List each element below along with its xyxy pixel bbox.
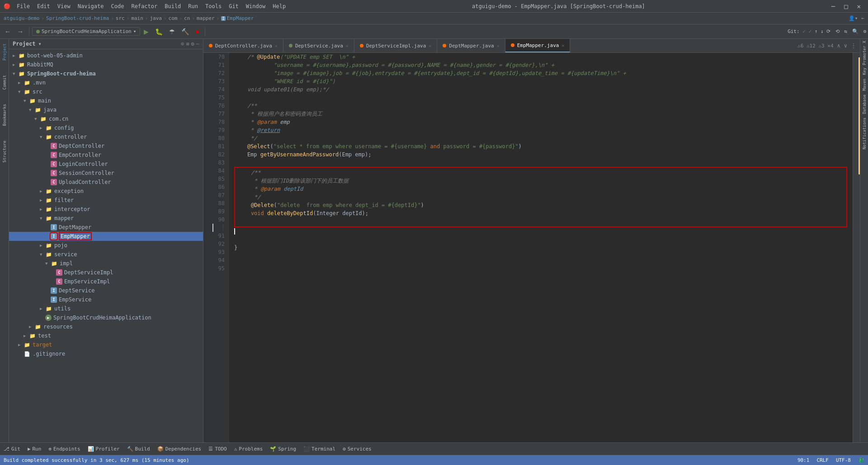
toolbar-forward-button[interactable]: → [14,27,26,36]
panel-locate-icon[interactable]: ⊙ [181,41,184,47]
bottom-bar-services[interactable]: ⚙ Services [343,446,372,452]
menu-build[interactable]: Build [161,0,184,13]
tab-deptserviceimpl[interactable]: DeptServiceImpl.java ✕ [354,39,437,52]
tree-item-utils[interactable]: ▶ 📁 utils [9,304,203,313]
bottom-bar-spring[interactable]: 🌱 Spring [270,446,296,452]
breadcrumb-item-com[interactable]: com [169,15,178,21]
tree-item-empserviceimpl[interactable]: ▶ C EmpServiceImpl [9,277,203,286]
activity-bookmarks[interactable]: Bookmarks [1,101,8,129]
toolbar-back-button[interactable]: ← [2,27,14,36]
menu-tools[interactable]: Tools [202,0,225,13]
right-sidebar-maven[interactable]: Maven [862,77,867,93]
close-button[interactable]: ✕ [854,3,864,10]
tab-close-button[interactable]: ✕ [275,43,278,48]
tree-item-interceptor[interactable]: ▶ 📁 interceptor [9,205,203,214]
activity-structure[interactable]: Structure [1,138,8,165]
tree-item-mvn[interactable]: ▶ 📁 .mvn [9,78,203,87]
panel-settings-icon[interactable]: ⚙ [191,41,194,47]
bottom-bar-run[interactable]: ▶ Run [28,446,42,452]
menu-refactor[interactable]: Refactor [127,0,161,13]
right-sidebar-database[interactable]: Database [862,93,867,116]
menu-edit[interactable]: Edit [33,0,54,13]
tree-item-src[interactable]: ▼ 📁 src [9,87,203,96]
tree-item-controller[interactable]: ▼ 📁 controller [9,132,203,141]
breadcrumb-item-mapper[interactable]: mapper [197,15,215,21]
tree-item-application[interactable]: ▶ ▶ SpringBootCrudHeimaApplication [9,313,203,322]
code-content[interactable]: /* @Update("UPDATE emp SET \n" + "userna… [229,53,853,442]
tree-item-deptcontroller[interactable]: ▶ C DeptController [9,141,203,150]
bottom-bar-profiler[interactable]: 📊 Profiler [88,446,120,452]
editor-scrollbar[interactable] [853,53,860,442]
breadcrumb-item-project[interactable]: atguigu-demo [4,15,39,21]
bottom-bar-git[interactable]: ⎇ Git [4,446,20,452]
tab-close-button[interactable]: ✕ [346,43,349,48]
tree-item-resources[interactable]: ▶ 📁 resources [9,322,203,331]
tab-deptservice[interactable]: DeptService.java ✕ [283,39,354,52]
tree-item-gitignore[interactable]: ▶ 📄 .gitignore [9,349,203,358]
tree-item-sessioncontroller[interactable]: ▶ C SessionController [9,169,203,178]
tree-item-filter[interactable]: ▶ 📁 filter [9,196,203,205]
panel-collapse-icon[interactable]: ≡ [186,41,189,47]
menu-git[interactable]: Git [225,0,242,13]
activity-project[interactable]: Project [1,41,8,63]
tree-item-java[interactable]: ▼ 📁 java [9,105,203,114]
debug-button[interactable]: 🐛 [152,27,165,36]
breadcrumb-item-src[interactable]: src [116,15,125,21]
menu-code[interactable]: Code [108,0,128,13]
right-sidebar-key-promoter[interactable]: Key Promoter X [862,39,867,77]
right-sidebar-notifications[interactable]: Notifications [862,116,867,151]
tab-deptmapper[interactable]: DeptMapper.java ✕ [437,39,505,52]
tree-item-deptservice[interactable]: ▶ I DeptService [9,286,203,295]
tab-close-button[interactable]: ✕ [429,43,431,48]
bottom-bar-build[interactable]: 🔨 Build [127,446,150,452]
bottom-bar-dependencies[interactable]: 📦 Dependencies [157,446,201,452]
tree-item-empservice[interactable]: ▶ I EmpService [9,295,203,304]
tab-more[interactable]: ⋮ [851,42,856,49]
tree-item-logincontroller[interactable]: ▶ C LoginController [9,160,203,169]
tree-item-main[interactable]: ▼ 📁 main [9,96,203,105]
tree-item-uploadcontroller[interactable]: ▶ C UploadController [9,178,203,187]
tree-item-boot-web[interactable]: ▶ 📁 boot-web-05-admin [9,51,203,60]
tree-item-config[interactable]: ▶ 📁 config [9,123,203,132]
tree-item-impl[interactable]: ▼ 📁 impl [9,259,203,268]
tab-scroll-up[interactable]: ∧ [837,42,840,49]
tree-item-rabbitmq[interactable]: ▶ 📁 RabbitMQ [9,60,203,69]
tab-deptcontroller[interactable]: DeptController.java ✕ [203,39,283,52]
tab-scroll-down[interactable]: ∨ [844,42,847,49]
breadcrumb-item-main[interactable]: main [131,15,143,21]
breadcrumb-item-cn[interactable]: cn [184,15,190,21]
menu-help[interactable]: Help [269,0,289,13]
activity-commit[interactable]: Commit [1,72,8,93]
tree-item-springboot[interactable]: ▼ 📁 SpringBoot-crud-heima [9,69,203,78]
breadcrumb-item-empmapper[interactable]: I EmpMapper [221,15,254,22]
tree-item-test[interactable]: ▶ 📁 test [9,331,203,340]
maximize-button[interactable]: □ [840,3,851,10]
tree-item-pojo[interactable]: ▶ 📁 pojo [9,241,203,250]
project-dropdown-icon[interactable]: ▾ [38,41,42,47]
menu-bar[interactable]: File Edit View Navigate Code Refactor Bu… [13,0,289,13]
panel-minimize-icon[interactable]: — [196,41,199,47]
window-controls[interactable]: ─ □ ✕ [828,3,864,10]
tree-item-deptmapper[interactable]: ▶ I DeptMapper [9,223,203,232]
breadcrumb-action-profile[interactable]: 👤▾ [849,15,858,21]
menu-view[interactable]: View [54,0,74,13]
breadcrumb-item-module[interactable]: SpringBoot-crud-heima [46,15,109,21]
bottom-bar-terminal[interactable]: ⬛ Terminal [303,446,335,452]
tree-item-empcontroller[interactable]: ▶ C EmpController [9,150,203,160]
tree-item-deptserviceimpl[interactable]: ▶ C DeptServiceImpl [9,268,203,277]
menu-file[interactable]: File [13,0,33,13]
breadcrumb-action-back[interactable]: ← [861,15,864,21]
menu-run[interactable]: Run [184,0,202,13]
tab-empmapper[interactable]: EmpMapper.java ✕ [505,39,571,52]
breadcrumb-item-java[interactable]: java [150,15,162,21]
bottom-bar-todo[interactable]: ☰ TODO [208,446,227,452]
tree-item-comcn[interactable]: ▼ 📁 com.cn [9,114,203,123]
tree-item-empmapper[interactable]: ▶ I EmpMapper [9,232,203,241]
bottom-bar-problems[interactable]: ⚠ Problems [234,446,263,452]
tree-item-mapper[interactable]: ▼ 📁 mapper [9,214,203,223]
minimize-button[interactable]: ─ [828,3,839,10]
build-button[interactable]: 🔨 [179,27,192,36]
tab-close-button[interactable]: ✕ [497,43,500,48]
run-button[interactable]: ▶ [141,27,151,36]
bottom-bar-endpoints[interactable]: ⊕ Endpoints [48,446,80,452]
